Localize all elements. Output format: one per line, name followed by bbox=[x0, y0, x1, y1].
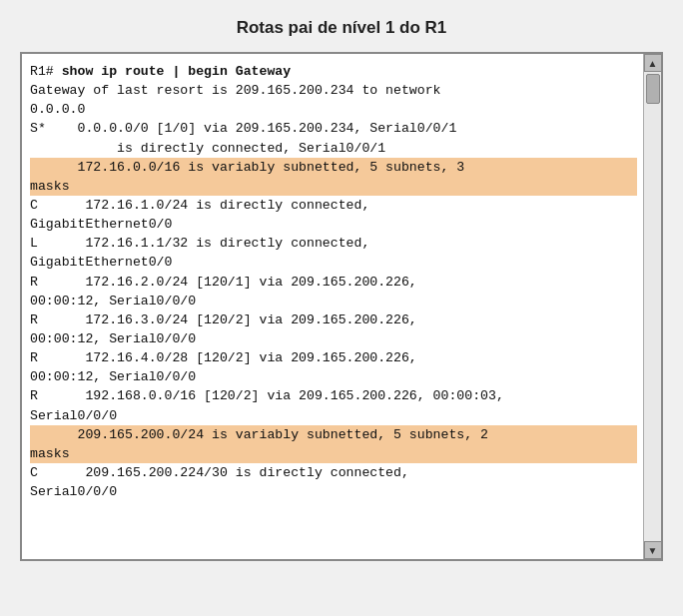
scrollbar-thumb[interactable] bbox=[646, 74, 660, 104]
page-title: Rotas pai de nível 1 do R1 bbox=[237, 18, 447, 38]
terminal-window: R1# show ip route | begin GatewayGateway… bbox=[20, 52, 663, 561]
scroll-down-button[interactable]: ▼ bbox=[644, 541, 662, 559]
scrollbar-track[interactable] bbox=[644, 72, 661, 541]
scrollbar[interactable]: ▲ ▼ bbox=[643, 54, 661, 559]
terminal-content: R1# show ip route | begin GatewayGateway… bbox=[22, 54, 643, 559]
scroll-up-button[interactable]: ▲ bbox=[644, 54, 662, 72]
